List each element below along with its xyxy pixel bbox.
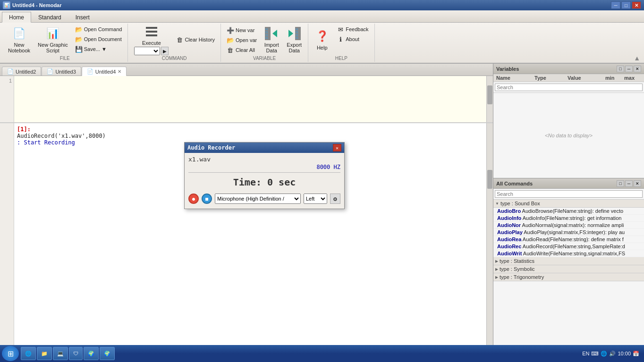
execute-icon — [144, 24, 159, 39]
variables-close-button[interactable]: ✕ — [634, 66, 641, 72]
editor-tab-untitled2[interactable]: 📄 Untitled2 — [2, 67, 41, 76]
execute-button[interactable]: Execute ▶ — [131, 25, 172, 55]
tab-home[interactable]: Home — [2, 12, 31, 23]
tray-language[interactable]: EN — [582, 351, 589, 356]
new-notebook-button[interactable]: 📄 NewNotebook — [5, 25, 34, 55]
command-audiorecord[interactable]: AudioRec AudioRecord(FileName:string,Sam… — [493, 243, 644, 250]
open-var-label: Open var — [236, 37, 257, 43]
commands-group-soundbox[interactable]: ▼ type : Sound Box — [493, 200, 644, 208]
execute-label: Execute — [142, 40, 161, 46]
start-button[interactable]: ⊞ — [2, 346, 19, 361]
tray-time[interactable]: 10:00 — [618, 351, 631, 356]
right-panels: Variables □ ─ ✕ Name Type Value min max … — [493, 64, 644, 357]
execute-dropdown-btn[interactable]: ▶ — [161, 47, 169, 55]
tab-standard[interactable]: Standard — [31, 12, 68, 22]
microphone-select[interactable]: Microphone (High Definition / — [215, 194, 301, 204]
close-button[interactable]: ✕ — [632, 1, 641, 9]
variables-search-input[interactable] — [495, 84, 643, 91]
commands-group-statistics[interactable]: ▶ type : Statistics — [493, 257, 644, 265]
tray-date-icon[interactable]: 📅 — [633, 351, 639, 357]
save-button[interactable]: 💾 Save... ▼ — [72, 44, 125, 54]
stop-button[interactable]: ■ — [202, 194, 212, 204]
col-max: max — [623, 75, 642, 81]
variables-restore-button[interactable]: □ — [617, 66, 624, 72]
ribbon-tabs: Home Standard Insert — [0, 10, 644, 23]
clear-all-label: Clear All — [236, 47, 255, 53]
open-document-button[interactable]: 📂 Open Document — [72, 34, 125, 44]
commands-minimize-button[interactable]: ─ — [625, 180, 633, 187]
clear-history-button[interactable]: 🗑 Clear History — [173, 35, 218, 44]
ribbon-collapse-button[interactable]: ▲ — [634, 54, 640, 62]
tab-close-icon[interactable]: ✕ — [118, 69, 121, 74]
open-command-button[interactable]: 📂 Open Command — [72, 25, 125, 34]
feedback-label: Feedback — [346, 26, 368, 32]
variables-minimize-button[interactable]: ─ — [625, 66, 633, 72]
maximize-button[interactable]: □ — [621, 1, 631, 9]
settings-button[interactable]: ⚙ — [330, 194, 340, 204]
taskbar: ⊞ 🌐 📁 💻 🛡 🌍 🌍 EN ⌨ 🌐 🔊 10:00 📅 — [0, 345, 644, 362]
import-data-button[interactable]: 01 01 01 01 ImportData — [261, 25, 282, 55]
taskbar-app-pc[interactable]: 💻 — [53, 347, 68, 360]
editor-bottom: [1]: AudioRecord('x1.wav',8000) : Start … — [0, 123, 493, 357]
tab-insert[interactable]: Insert — [68, 12, 97, 22]
record-button[interactable]: ● — [188, 194, 199, 204]
new-graphic-script-label: New GraphicScript — [38, 42, 68, 53]
open-var-button[interactable]: 📂 Open var — [224, 35, 260, 45]
command-audioinfo[interactable]: AudioInfo AudioInfo(FileName:string): ge… — [493, 215, 644, 222]
dialog-title-text: Audio Recorder — [187, 144, 235, 151]
tray-volume-icon[interactable]: 🔊 — [609, 351, 616, 357]
commands-panel-controls: □ ─ ✕ — [617, 180, 641, 187]
taskbar-globe1-icon: 🌍 — [88, 351, 94, 357]
command-audioread[interactable]: AudioRea AudioRead(FileName:string): def… — [493, 236, 644, 243]
output-link[interactable]: : Start Recording — [17, 139, 75, 146]
tray-network-icon[interactable]: 🌐 — [601, 351, 607, 357]
help-button[interactable]: ❓ Help — [311, 25, 333, 55]
editor-tab-untitled4[interactable]: 📄 Untitled4 ✕ — [82, 67, 127, 76]
command-audiobrowse[interactable]: AudioBro AudioBrowse(FileName:string): d… — [493, 208, 644, 215]
commands-restore-button[interactable]: □ — [617, 180, 624, 187]
command-audioplay[interactable]: AudioPlay AudioPlay(signal:matrix,FS:int… — [493, 229, 644, 236]
variable-buttons: ➕ New var 📂 Open var 🗑 Clear All 01 — [224, 25, 305, 55]
export-data-button[interactable]: 01 01 01 01 ExportData — [283, 25, 305, 55]
editor-top-scrollbar-thumb[interactable] — [487, 85, 492, 104]
feedback-button[interactable]: ✉ Feedback — [334, 25, 371, 34]
editor-area: 📄 Untitled2 📄 Untitled3 📄 Untitled4 ✕ 1 — [0, 64, 493, 357]
taskbar-app-security[interactable]: 🛡 — [69, 347, 83, 360]
editor-top-scrollbar[interactable] — [486, 76, 493, 122]
command-audiowrite[interactable]: AudioWrit AudioWrite(FileName:string,sig… — [493, 250, 644, 257]
variables-search — [493, 82, 644, 93]
taskbar-app-ie[interactable]: 🌐 — [21, 347, 36, 360]
variables-panel-header: Variables □ ─ ✕ — [493, 64, 644, 74]
editor-tab-untitled3[interactable]: 📄 Untitled3 — [42, 67, 81, 76]
clear-all-button[interactable]: 🗑 Clear All — [224, 45, 258, 55]
commands-search-input[interactable] — [495, 190, 643, 198]
taskbar-app-globe2[interactable]: 🌍 — [100, 347, 115, 360]
stop-icon: ■ — [205, 196, 208, 202]
editor-bottom-scrollbar[interactable] — [486, 123, 493, 357]
command-audionormal[interactable]: AudioNor AudioNormal(signal:matrix): nor… — [493, 222, 644, 229]
output-code-row: AudioRecord('x1.wav',8000) — [17, 133, 490, 139]
commands-group-trigonometry[interactable]: ▶ type : Trigonometry — [493, 273, 644, 281]
editor-bottom-scrollbar-thumb[interactable] — [487, 170, 492, 189]
minimize-button[interactable]: ─ — [611, 1, 620, 9]
channel-select[interactable]: Left — [304, 194, 327, 204]
editor-input[interactable] — [14, 76, 493, 122]
taskbar-app-globe1[interactable]: 🌍 — [84, 347, 99, 360]
dialog-title-bar[interactable]: Audio Recorder ✕ — [185, 143, 344, 153]
tray-keyboard-icon[interactable]: ⌨ — [591, 351, 599, 357]
col-min: min — [604, 75, 623, 81]
new-var-button[interactable]: ➕ New var — [224, 25, 257, 35]
svg-text:01: 01 — [296, 36, 298, 39]
taskbar-explorer-icon: 📁 — [41, 351, 48, 357]
svg-text:01: 01 — [265, 36, 268, 39]
taskbar-app-explorer[interactable]: 📁 — [37, 347, 52, 360]
ribbon-group-variable: ➕ New var 📂 Open var 🗑 Clear All 01 — [221, 24, 308, 62]
new-notebook-label: NewNotebook — [8, 42, 30, 53]
about-button[interactable]: ℹ About — [334, 34, 371, 44]
commands-group-symbolic[interactable]: ▶ type : Symbolic — [493, 265, 644, 273]
dialog-close-button[interactable]: ✕ — [333, 144, 341, 152]
clear-all-icon: 🗑 — [227, 46, 234, 54]
commands-close-button[interactable]: ✕ — [634, 180, 641, 187]
new-graphic-script-button[interactable]: 📊 New GraphicScript — [34, 25, 71, 55]
execute-dropdown[interactable] — [134, 47, 160, 55]
